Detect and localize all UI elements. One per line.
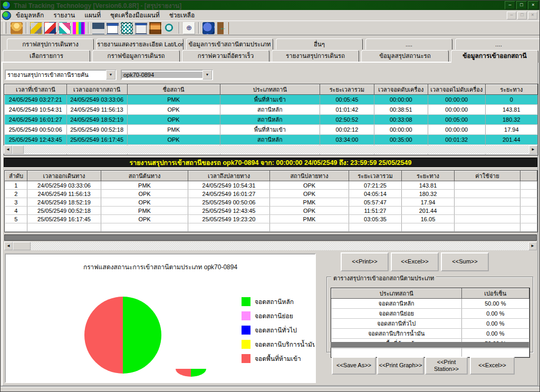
- menu-item-1[interactable]: รายงาน: [49, 11, 80, 21]
- scroll-track[interactable]: [24, 145, 529, 154]
- scroll-left-button[interactable]: ◄: [4, 242, 13, 250]
- tab-....[interactable]: ....: [455, 38, 540, 50]
- station-table-hscrollbar: ◄ ►: [4, 145, 537, 154]
- column-header[interactable]: ระยะเวลารวม: [320, 85, 374, 95]
- menu-item-4[interactable]: ช่วยเหลือ: [165, 11, 200, 21]
- menu-item-2[interactable]: แผนที่: [80, 11, 105, 21]
- menu-bar: ข้อมูลหลักรายงานแผนที่ชุดเครื่องมือแผนที…: [1, 10, 540, 21]
- table-row[interactable]: 124/05/2549 03:33:06PMK24/05/2549 10:54:…: [5, 181, 537, 190]
- table-row[interactable]: [332, 349, 529, 357]
- column-header[interactable]: ระยะเวลารวม: [349, 171, 402, 181]
- vehicle-select[interactable]: opk70-0894 ▼: [121, 70, 213, 80]
- excel-button[interactable]: <<Excel>>: [391, 252, 439, 271]
- maximize-button[interactable]: □: [516, 1, 527, 9]
- report-type-select[interactable]: รายงานสรุปการเข้าสถานีรายคัน ▼: [5, 70, 117, 80]
- column-header[interactable]: ระยะทาง: [402, 171, 455, 181]
- tab-รายงานสรุปการเดินรถ[interactable]: รายงานสรุปการเดินรถ: [272, 50, 359, 62]
- scroll-right-button[interactable]: ►: [529, 145, 537, 154]
- tab-อื่นๆ[interactable]: อื่นๆ: [276, 38, 363, 50]
- print-station-button[interactable]: <<Print Station>>: [425, 357, 468, 375]
- tab-....[interactable]: ....: [365, 38, 452, 50]
- column-header[interactable]: เวลาที่เข้าสถานี: [5, 85, 67, 95]
- scroll-right-button[interactable]: ►: [528, 242, 537, 250]
- table-row[interactable]: 525/05/2549 16:17:45OPK25/05/2549 19:23:…: [5, 215, 537, 223]
- column-header[interactable]: ประเภทสถานี: [220, 85, 320, 95]
- table-row[interactable]: 24/05/2549 03:27:2124/05/2549 03:33:06PM…: [5, 95, 538, 105]
- table-row[interactable]: 24/05/2549 16:01:2724/05/2549 18:52:19OP…: [5, 115, 538, 125]
- tab-กราฟข้อมูลการเดินรถ[interactable]: กราฟข้อมูลการเดินรถ: [92, 50, 180, 62]
- table-row[interactable]: จอดสถานีทั่วไป0.00 %: [332, 319, 529, 329]
- scroll-thumb[interactable]: [13, 242, 31, 250]
- zoom-in-icon[interactable]: ⊕: [183, 22, 195, 34]
- table-row[interactable]: จอดสถานีบริการน้ำมัน0.00 %: [332, 329, 529, 339]
- column-header[interactable]: ชื่อสถานี: [127, 85, 220, 95]
- window-icon[interactable]: [135, 22, 147, 34]
- scroll-thumb[interactable]: [12, 145, 24, 154]
- tab-กราฟความถี่อัตราเร็ว[interactable]: กราฟความถี่อัตราเร็ว: [182, 50, 269, 62]
- tab-ข้อมูลการเข้าสถานีตามประเภท[interactable]: ข้อมูลการเข้าสถานีตามประเภท: [186, 38, 273, 50]
- excel-bottom-button[interactable]: <<Excel>>: [470, 357, 515, 375]
- report-type-value: รายงานสรุปการเข้าสถานีรายคัน: [6, 70, 106, 80]
- bar-chart-icon[interactable]: [73, 22, 85, 34]
- menu-globe-icon: [2, 11, 11, 20]
- table-row[interactable]: จอดสถานีย่อย0.00 %: [332, 309, 529, 319]
- table-row[interactable]: [5, 223, 537, 232]
- column-header[interactable]: ระยะทาง: [485, 85, 537, 95]
- exit-door-icon[interactable]: ←: [217, 22, 229, 34]
- mdi-minimize-button[interactable]: –: [507, 12, 516, 19]
- tab-ข้อมูลสรุปสถานะรถ[interactable]: ข้อมูลสรุปสถานะรถ: [361, 50, 449, 62]
- toolbar: ⊕←: [1, 21, 540, 35]
- scroll-track[interactable]: [31, 242, 528, 250]
- print-button[interactable]: <<Print>>: [341, 252, 389, 271]
- table-add-icon[interactable]: [107, 22, 119, 34]
- column-header[interactable]: เปอร์เซ็น: [461, 289, 529, 299]
- mdi-close-button[interactable]: ×: [528, 12, 537, 19]
- column-header[interactable]: ประเภทสถานี: [332, 289, 462, 299]
- tab-row-bottom: เลือกรายการกราฟข้อมูลการเดินรถกราฟความถี…: [3, 50, 538, 63]
- column-header[interactable]: สถานีต้นทาง: [101, 171, 188, 181]
- tab-รายงานแสดงรายละเอียด-Lat/Long[interactable]: รายงานแสดงรายละเอียด Lat/Long: [97, 38, 184, 50]
- column-header[interactable]: เวลาออกจากสถานี: [66, 85, 127, 95]
- table-row[interactable]: 224/05/2549 11:56:13OPK24/05/2549 16:01:…: [5, 190, 537, 198]
- column-header[interactable]: [520, 171, 537, 181]
- table-row[interactable]: 24/05/2549 10:54:3124/05/2549 11:56:13OP…: [5, 105, 538, 115]
- table-row[interactable]: 425/05/2549 00:52:18PMK25/05/2549 12:43:…: [5, 207, 537, 215]
- save-as-button[interactable]: <<Save As>>: [332, 357, 376, 375]
- legend-swatch-icon: [242, 297, 250, 306]
- dropdown-arrow-icon[interactable]: ▼: [106, 70, 115, 80]
- menu-item-3[interactable]: ชุดเครื่องมือแผนที่: [105, 11, 165, 21]
- column-header[interactable]: ค่าใช้จ่าย: [455, 171, 520, 181]
- hand-edit-icon[interactable]: [44, 22, 56, 34]
- tab-ข้อมูลการเข้าออกสถานี[interactable]: ข้อมูลการเข้าออกสถานี: [451, 50, 538, 63]
- close-button[interactable]: ×: [528, 1, 538, 9]
- menu-item-0[interactable]: ข้อมูลหลัก: [11, 11, 49, 21]
- picture-icon[interactable]: [149, 22, 161, 34]
- column-header[interactable]: เวลาจอดดับเครื่อง: [374, 85, 428, 95]
- sum-button[interactable]: <<Sum>>: [441, 252, 489, 271]
- table-row[interactable]: 324/05/2549 18:52:19OPK25/05/2549 00:50:…: [5, 198, 537, 207]
- tab-กราฟสรุปการเดินทาง[interactable]: กราฟสรุปการเดินทาง: [7, 38, 94, 50]
- print-graph-button[interactable]: <<Print Graph>>: [377, 357, 424, 375]
- search-map-icon[interactable]: [163, 22, 176, 34]
- calculator-grid-icon[interactable]: [121, 22, 133, 34]
- column-header[interactable]: เวลาออกเดินทาง: [27, 171, 101, 181]
- table-row[interactable]: 25/05/2549 12:43:4525/05/2549 16:17:45OP…: [5, 135, 538, 145]
- column-header[interactable]: เวลาจอดไม่ดับเครื่อง: [428, 85, 486, 95]
- table-row[interactable]: 25/05/2549 00:50:0625/05/2549 00:52:18PM…: [5, 125, 538, 135]
- database-globe-icon[interactable]: [202, 22, 215, 34]
- toolbar-drag-handle[interactable]: [4, 22, 6, 34]
- satellite-icon[interactable]: [59, 22, 71, 34]
- column-header[interactable]: สถานีปลายทาง: [270, 171, 349, 181]
- mdi-restore-button[interactable]: □: [517, 12, 527, 19]
- dropdown-arrow-icon[interactable]: ▼: [202, 70, 212, 80]
- column-header[interactable]: ลำดับ: [5, 171, 27, 181]
- trip-table-container: ลำดับเวลาออกเดินทางสถานีต้นทางเวลาถึงปลา…: [4, 170, 538, 232]
- scroll-left-button[interactable]: ◄: [4, 145, 12, 154]
- user-icon[interactable]: [11, 22, 23, 34]
- map-image-icon[interactable]: [92, 22, 104, 34]
- minimize-button[interactable]: –: [505, 1, 515, 9]
- column-header[interactable]: เวลาถึงปลายทาง: [188, 171, 270, 181]
- key-tools-icon[interactable]: [30, 22, 42, 34]
- table-row[interactable]: จอดสถานีหลัก50.00 %: [332, 299, 529, 309]
- tab-เลือกรายการ[interactable]: เลือกรายการ: [3, 50, 90, 62]
